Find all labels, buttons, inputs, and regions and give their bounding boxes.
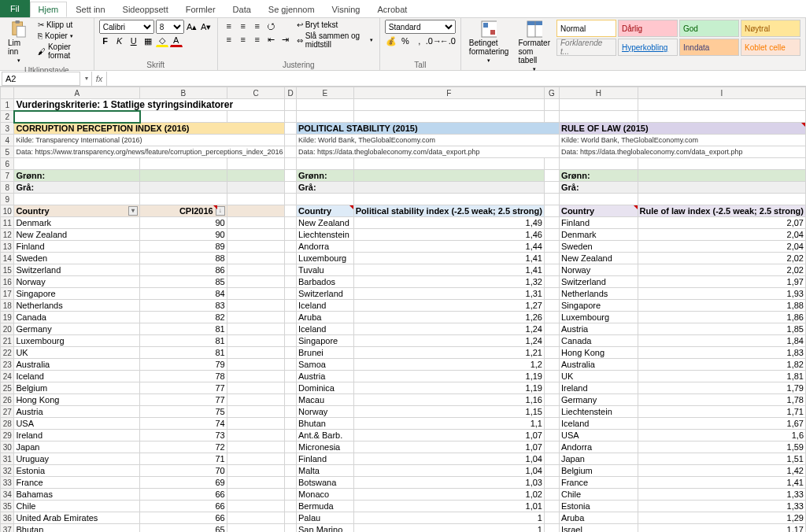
cell[interactable] bbox=[227, 335, 285, 347]
cell[interactable]: Samoa bbox=[297, 359, 354, 371]
cell[interactable]: 1,33 bbox=[638, 489, 805, 501]
cell[interactable]: 72 bbox=[140, 441, 227, 453]
section3-header[interactable]: RULE OF LAW (2015) bbox=[559, 123, 805, 135]
col-header-B[interactable]: B bbox=[140, 87, 227, 99]
row-header[interactable]: 25 bbox=[1, 382, 14, 394]
row-header[interactable]: 22 bbox=[1, 347, 14, 359]
cell[interactable] bbox=[227, 489, 285, 501]
cell[interactable]: Malta bbox=[297, 465, 354, 477]
cell[interactable] bbox=[544, 489, 559, 501]
cell[interactable]: 1,03 bbox=[353, 477, 544, 489]
cell[interactable]: Finland bbox=[559, 217, 638, 229]
cell[interactable]: 66 bbox=[140, 512, 227, 524]
cell[interactable]: Andorra bbox=[559, 441, 638, 453]
cell[interactable] bbox=[227, 501, 285, 512]
cell[interactable]: 2,02 bbox=[638, 264, 805, 276]
cell[interactable] bbox=[285, 512, 297, 524]
accounting-button[interactable]: 💰 bbox=[385, 35, 397, 47]
tab-formulas[interactable]: Formler bbox=[177, 2, 224, 17]
cell[interactable] bbox=[285, 312, 297, 323]
cell[interactable]: Singapore bbox=[14, 288, 140, 300]
cell[interactable]: Finland bbox=[297, 453, 354, 465]
cell[interactable]: 1,04 bbox=[353, 453, 544, 465]
cell[interactable]: 1,71 bbox=[638, 406, 805, 418]
cell[interactable]: 1,19 bbox=[353, 371, 544, 382]
paste-button[interactable]: Lim inn ▾ bbox=[5, 20, 33, 65]
cell[interactable] bbox=[227, 453, 285, 465]
cell[interactable]: United Arab Emirates bbox=[14, 512, 140, 524]
fx-icon[interactable]: fx bbox=[91, 72, 107, 86]
row-header[interactable]: 6 bbox=[1, 158, 14, 170]
italic-button[interactable]: K bbox=[113, 35, 126, 47]
cell[interactable]: 1,32 bbox=[353, 276, 544, 288]
cell[interactable]: Iceland bbox=[297, 300, 354, 312]
cell[interactable]: France bbox=[14, 477, 140, 489]
cell[interactable]: 1,24 bbox=[353, 335, 544, 347]
cell[interactable] bbox=[544, 524, 559, 533]
row-header[interactable]: 30 bbox=[1, 441, 14, 453]
cell[interactable]: Singapore bbox=[559, 300, 638, 312]
cell[interactable] bbox=[285, 371, 297, 382]
cell[interactable] bbox=[544, 453, 559, 465]
cell[interactable]: Luxembourg bbox=[559, 312, 638, 323]
cell[interactable] bbox=[544, 312, 559, 323]
row-header[interactable]: 14 bbox=[1, 253, 14, 264]
row-header[interactable]: 31 bbox=[1, 453, 14, 465]
cell[interactable] bbox=[544, 430, 559, 441]
cell[interactable]: Iceland bbox=[297, 323, 354, 335]
cell[interactable]: 82 bbox=[140, 312, 227, 323]
cell[interactable]: 66 bbox=[140, 489, 227, 501]
cell[interactable]: Switzerland bbox=[559, 276, 638, 288]
cell[interactable]: Uruguay bbox=[14, 453, 140, 465]
row-header[interactable]: 4 bbox=[1, 135, 14, 146]
cell[interactable]: Austria bbox=[14, 406, 140, 418]
cell[interactable] bbox=[285, 465, 297, 477]
cell[interactable] bbox=[227, 524, 285, 533]
cell[interactable]: Estonia bbox=[559, 501, 638, 512]
cell[interactable] bbox=[285, 229, 297, 241]
cell[interactable]: 1,24 bbox=[353, 323, 544, 335]
section1-green[interactable]: Grønn: bbox=[14, 170, 140, 182]
decrease-decimal-button[interactable]: ←.0 bbox=[442, 35, 454, 47]
cell[interactable] bbox=[227, 217, 285, 229]
cell[interactable] bbox=[544, 477, 559, 489]
cell[interactable]: Denmark bbox=[14, 217, 140, 229]
cell[interactable]: 1,42 bbox=[638, 465, 805, 477]
cell[interactable]: Germany bbox=[14, 323, 140, 335]
cell[interactable] bbox=[227, 371, 285, 382]
cell[interactable]: 81 bbox=[140, 335, 227, 347]
cell[interactable] bbox=[544, 347, 559, 359]
cell[interactable]: Norway bbox=[559, 264, 638, 276]
cell[interactable]: 1,85 bbox=[638, 323, 805, 335]
cell[interactable]: 1,59 bbox=[638, 441, 805, 453]
cell[interactable]: 1,27 bbox=[353, 300, 544, 312]
cell[interactable]: 1,81 bbox=[638, 371, 805, 382]
border-button[interactable]: ▦ bbox=[142, 35, 154, 47]
cell[interactable]: 2,07 bbox=[638, 217, 805, 229]
row-header[interactable]: 27 bbox=[1, 406, 14, 418]
align-middle-button[interactable]: ≡ bbox=[237, 20, 250, 32]
row-header[interactable]: 34 bbox=[1, 489, 14, 501]
cell[interactable] bbox=[285, 217, 297, 229]
cell[interactable]: 1,31 bbox=[353, 288, 544, 300]
row-header[interactable]: 37 bbox=[1, 524, 14, 533]
cell[interactable] bbox=[227, 441, 285, 453]
decrease-indent-button[interactable]: ⇤ bbox=[265, 33, 278, 46]
cell[interactable]: Netherlands bbox=[559, 288, 638, 300]
cell[interactable]: Australia bbox=[14, 359, 140, 371]
cell[interactable]: 1,2 bbox=[353, 359, 544, 371]
row-header[interactable]: 36 bbox=[1, 512, 14, 524]
cell[interactable]: 75 bbox=[140, 406, 227, 418]
cell[interactable]: 70 bbox=[140, 465, 227, 477]
cell[interactable]: 73 bbox=[140, 430, 227, 441]
col-header-H[interactable]: H bbox=[559, 87, 638, 99]
cell[interactable]: Botswana bbox=[297, 477, 354, 489]
cell[interactable]: France bbox=[559, 477, 638, 489]
style-linked[interactable]: Koblet celle bbox=[741, 39, 800, 56]
cell[interactable] bbox=[285, 241, 297, 253]
tab-insert[interactable]: Sett inn bbox=[67, 2, 113, 17]
style-input[interactable]: Inndata bbox=[679, 39, 739, 56]
percent-button[interactable]: % bbox=[399, 35, 412, 47]
cell[interactable]: 1,17 bbox=[638, 524, 805, 533]
cell[interactable] bbox=[544, 382, 559, 394]
